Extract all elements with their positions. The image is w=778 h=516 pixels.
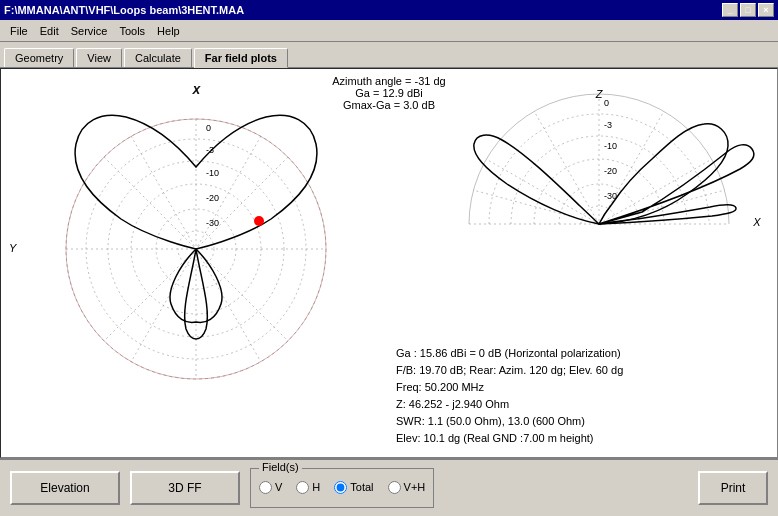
minimize-button[interactable]: _ [722, 3, 738, 17]
fields-group: Field(s) V H Total V+H [250, 468, 434, 508]
svg-line-26 [486, 159, 599, 224]
menu-help[interactable]: Help [151, 23, 186, 39]
z-detail: Z: 46.252 - j2.940 Ohm [396, 396, 623, 413]
menu-service[interactable]: Service [65, 23, 114, 39]
svg-text:-10: -10 [206, 168, 219, 178]
svg-text:0: 0 [206, 123, 211, 133]
radio-h-label: H [312, 481, 320, 493]
svg-text:-20: -20 [206, 193, 219, 203]
title-bar: F:\MMANA\ANT\VHF\Loops beam\3HENT.MAA _ … [0, 0, 778, 20]
svg-text:X: X [192, 84, 201, 96]
menu-bar: File Edit Service Tools Help [0, 20, 778, 42]
3dff-button[interactable]: 3D FF [130, 471, 240, 505]
bottom-bar: Elevation 3D FF Field(s) V H Total V+H P… [0, 458, 778, 516]
left-y-axis: Y [9, 242, 16, 254]
radio-total[interactable]: Total [334, 481, 373, 494]
ga-detail: Ga : 15.86 dBi = 0 dB (Horizontal polari… [396, 345, 623, 362]
svg-text:-3: -3 [604, 120, 612, 130]
svg-line-28 [534, 111, 599, 224]
title-bar-buttons: _ □ × [722, 3, 774, 17]
right-plot: Z X 0 -3 -10 [432, 84, 772, 344]
fb-detail: F/B: 19.70 dB; Rear: Azim. 120 dg; Elev.… [396, 362, 623, 379]
info-panel: Ga : 15.86 dBi = 0 dB (Horizontal polari… [396, 345, 623, 447]
radio-v[interactable]: V [259, 481, 282, 494]
menu-file[interactable]: File [4, 23, 34, 39]
radio-total-input[interactable] [334, 481, 347, 494]
menu-edit[interactable]: Edit [34, 23, 65, 39]
svg-text:-10: -10 [604, 141, 617, 151]
right-polar-svg: Z X 0 -3 -10 [432, 84, 767, 359]
tab-bar: Geometry View Calculate Far field plots [0, 42, 778, 68]
radio-h-input[interactable] [296, 481, 309, 494]
tab-calculate[interactable]: Calculate [124, 48, 192, 67]
left-polar-svg: X 0 -3 -10 -20 -30 [11, 79, 381, 419]
radio-v-input[interactable] [259, 481, 272, 494]
fields-legend: Field(s) [259, 461, 302, 473]
radio-total-label: Total [350, 481, 373, 493]
tab-view[interactable]: View [76, 48, 122, 67]
maximize-button[interactable]: □ [740, 3, 756, 17]
close-button[interactable]: × [758, 3, 774, 17]
radio-vh-label: V+H [404, 481, 426, 493]
svg-text:0: 0 [604, 98, 609, 108]
radio-h[interactable]: H [296, 481, 320, 494]
svg-text:-20: -20 [604, 166, 617, 176]
left-plot: Y X 0 -3 -10 [11, 79, 391, 419]
tab-geometry[interactable]: Geometry [4, 48, 74, 67]
main-content: Azimuth angle = -31 dg Ga = 12.9 dBi Gma… [0, 68, 778, 458]
elevation-button[interactable]: Elevation [10, 471, 120, 505]
swr-detail: SWR: 1.1 (50.0 Ohm), 13.0 (600 Ohm) [396, 413, 623, 430]
radio-vh-input[interactable] [388, 481, 401, 494]
elev-detail: Elev: 10.1 dg (Real GND :7.00 m height) [396, 430, 623, 447]
print-button[interactable]: Print [698, 471, 768, 505]
menu-tools[interactable]: Tools [113, 23, 151, 39]
radio-vh[interactable]: V+H [388, 481, 426, 494]
window-title: F:\MMANA\ANT\VHF\Loops beam\3HENT.MAA [4, 4, 244, 16]
tab-farfield[interactable]: Far field plots [194, 48, 288, 68]
freq-detail: Freq: 50.200 MHz [396, 379, 623, 396]
svg-text:X: X [752, 216, 761, 228]
svg-point-19 [254, 216, 264, 226]
svg-text:-30: -30 [206, 218, 219, 228]
radio-v-label: V [275, 481, 282, 493]
